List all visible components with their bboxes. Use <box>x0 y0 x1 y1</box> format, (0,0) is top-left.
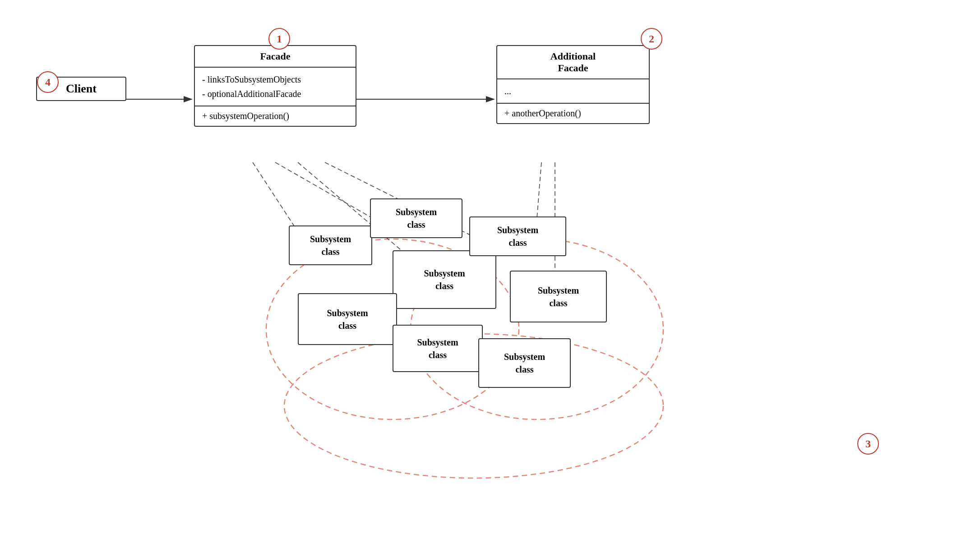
badge-3: 3 <box>857 433 879 455</box>
additional-facade-title: AdditionalFacade <box>497 46 649 79</box>
facade-box: Facade - linksToSubsystemObjects - optio… <box>194 45 356 127</box>
subsystem-box-7: Subsystemclass <box>393 325 483 372</box>
additional-facade-methods: + anotherOperation() <box>497 104 649 123</box>
subsystem-box-2: Subsystemclass <box>370 198 462 238</box>
subsystem-box-1: Subsystemclass <box>289 225 372 265</box>
badge-2: 2 <box>641 28 662 50</box>
facade-title: Facade <box>195 46 356 68</box>
subsystem-box-6: Subsystemclass <box>510 271 607 322</box>
facade-method-1: + subsystemOperation() <box>202 111 348 121</box>
additional-facade-field-1: ... <box>504 84 642 98</box>
subsystem-box-4: Subsystemclass <box>298 293 397 345</box>
badge-1: 1 <box>268 28 290 50</box>
badge-4: 4 <box>37 71 59 93</box>
additional-facade-fields: ... <box>497 79 649 104</box>
subsystem-box-3: Subsystemclass <box>393 250 496 309</box>
subsystem-box-5: Subsystemclass <box>469 216 566 256</box>
facade-field-1: - linksToSubsystemObjects <box>202 72 348 87</box>
subsystem-box-8: Subsystemclass <box>478 338 571 388</box>
facade-field-2: - optionalAdditionalFacade <box>202 87 348 101</box>
diagram-container: Client Facade - linksToSubsystemObjects … <box>0 0 980 543</box>
additional-facade-box: AdditionalFacade ... + anotherOperation(… <box>496 45 650 124</box>
facade-methods: + subsystemOperation() <box>195 106 356 126</box>
facade-fields: - linksToSubsystemObjects - optionalAddi… <box>195 68 356 106</box>
additional-facade-method-1: + anotherOperation() <box>504 108 642 119</box>
